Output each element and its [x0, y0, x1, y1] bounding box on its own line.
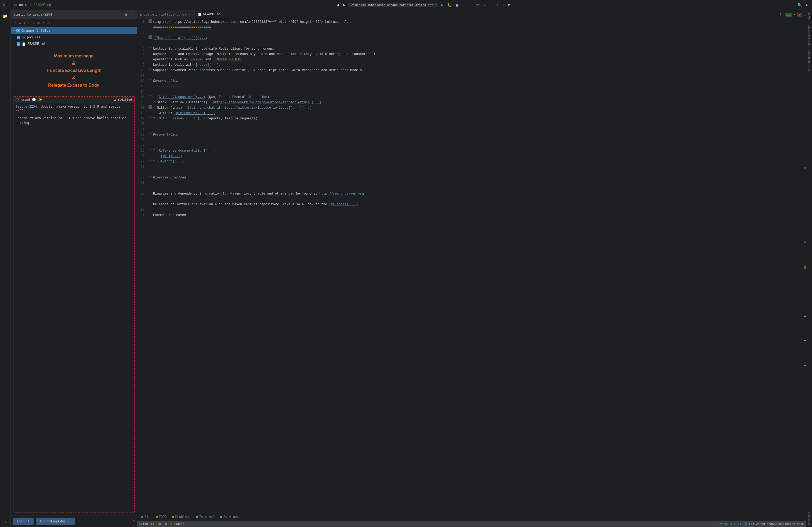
forward-btn[interactable]: ▶ — [342, 2, 347, 7]
editor-content[interactable]: 1 <img src="https://avatars2.githubuserc… — [137, 19, 806, 513]
fold-icon-27: ▼ — [149, 159, 151, 162]
line-20: 20 — [137, 121, 806, 127]
scroll-indicator-4 — [804, 316, 806, 317]
debug-btn[interactable]: 🐛 — [446, 2, 453, 7]
line-5: 5 — [137, 41, 806, 46]
line-8: 8 operations such as `BLPOP` and `MULTI`… — [137, 57, 806, 62]
line-12: 12 ▼ Communication — [137, 78, 806, 84]
eye-icon[interactable]: 👁 — [36, 21, 41, 26]
file-tree-label: ▾ Changes 2 files — [13, 29, 50, 33]
editor-tabs-actions[interactable]: ⋮ — [777, 13, 784, 17]
tab-todo[interactable]: TODO — [154, 515, 169, 520]
line-23: 23 --------------- — [137, 137, 806, 143]
add-icon[interactable]: + — [27, 21, 30, 26]
right-labels: Maven Notifications Pull Requests Covera… — [806, 10, 812, 527]
run-btn[interactable]: ▶ — [440, 2, 445, 7]
checkbox-all[interactable] — [16, 29, 19, 32]
branch-name: RedisURIUnitTests.escapeCharacterParsing… — [355, 3, 433, 7]
coverage-btn[interactable]: ▣ — [454, 2, 460, 7]
align-icon[interactable]: ⇌ — [46, 20, 49, 26]
line-25: 25 ▼ * [Reference documentation](...) — [137, 148, 806, 153]
refresh-icon[interactable]: ⟳ — [13, 20, 17, 26]
panel-settings-btn[interactable]: ⚙ — [124, 12, 129, 17]
title-bar: lettuce-core › README.md ◀ ▶ ⎇ RedisURIU… — [0, 0, 812, 10]
issue-tag: [issue-2254] — [16, 105, 39, 108]
settings-btn[interactable]: ⚙ — [804, 2, 810, 7]
readme-filename: README.md — [27, 42, 45, 46]
status-time: 10:10 — [139, 523, 148, 526]
push-up-icon[interactable]: ⬆ — [23, 20, 26, 26]
list-icon[interactable]: ≡ — [42, 21, 45, 26]
pull-requests-label[interactable]: Pull Requests — [807, 48, 811, 73]
sidebar-commit-icon[interactable]: ↑ — [1, 21, 10, 31]
file-tree: ▾ Changes 2 files m pom.xml 📄 README.md — [11, 27, 137, 47]
hint-amp2: & — [19, 74, 129, 82]
tab-terminal[interactable]: Terminal — [194, 515, 217, 520]
sidebar-project-icon[interactable]: 📁 — [1, 11, 10, 21]
git-dot-icon — [141, 516, 143, 518]
undo-icon[interactable]: ↩ — [18, 20, 21, 26]
tab-pom-icon: m — [140, 13, 142, 16]
tab-services[interactable]: Services — [218, 515, 241, 520]
warning-badge: 6 — [797, 13, 802, 17]
tab-pom-close[interactable]: ✕ — [188, 13, 191, 17]
line-3: 3 — [137, 30, 806, 35]
coverage-label[interactable]: Coverage — [807, 510, 811, 527]
footer-settings-icon[interactable]: ⚙ — [133, 519, 134, 523]
tab-todo-label: TODO — [159, 515, 167, 519]
expand-icon[interactable]: ⤢ — [804, 13, 806, 16]
panel-toolbar: ⟳ ↩ ⬆ + ⬇ 👁 ≡ ⇌ — [11, 19, 137, 27]
line-21: 21 — [137, 127, 806, 132]
commit-subject[interactable]: [issue-2254] Update rxjava version to 1.… — [13, 103, 134, 114]
commit-push-button[interactable]: Commit and Push... — [36, 517, 75, 525]
line-13: 13 --------------- — [137, 84, 806, 89]
line-7: 7 asynchronous and reactive usage. Multi… — [137, 51, 806, 57]
panel-header-icons: ⚙ − — [124, 12, 134, 17]
notifications-label[interactable]: Notifications — [807, 22, 811, 48]
line-9: 9 Lettuce is built with [netty](...). — [137, 62, 806, 67]
checkbox-pom[interactable] — [17, 36, 20, 39]
line-36: 36 — [137, 207, 806, 212]
tab-problems-label: Problems — [175, 515, 191, 519]
line-6: 6 ▼ Lettuce is a scalable thread-safe Re… — [137, 46, 806, 51]
commit-button[interactable]: Commit — [13, 517, 33, 525]
pom-filename: pom.xml — [27, 36, 41, 40]
magic-icon[interactable]: ✨ — [38, 98, 42, 102]
line-27: 27 ▼ * [Javadoc](...) — [137, 159, 806, 164]
back-btn[interactable]: ◀ — [335, 2, 340, 7]
title-bar-left: lettuce-core › README.md — [2, 3, 51, 7]
git-rollback-btn[interactable]: ↺ — [507, 2, 512, 7]
fold-icon-12: ▼ — [149, 78, 151, 81]
tab-problems[interactable]: Problems — [170, 515, 193, 520]
panel-header: Commit to issue-2254 ⚙ − — [11, 10, 137, 19]
maven-label[interactable]: Maven — [807, 10, 811, 22]
git-check-btn[interactable]: ✓ — [482, 2, 487, 7]
git-push-btn[interactable]: ↑ — [496, 2, 500, 7]
git-fetch-btn[interactable]: ↓ — [501, 2, 505, 7]
line-26: 26 * [Wiki](...) — [137, 153, 806, 159]
search-btn[interactable]: 🔍 — [796, 2, 803, 7]
line-29: 29 — [137, 169, 806, 175]
commit-body[interactable]: Update rxjava version to 1.3.9 and remov… — [13, 114, 134, 512]
status-bar: 10:10 LF UTF-8 4 spaces ⎇ issue-2254 — [137, 521, 806, 527]
file-item-readme[interactable]: 📄 README.md — [11, 41, 137, 47]
tab-pom-xml[interactable]: m pom.xml (lettuce-core) ✕ — [137, 10, 195, 19]
sidebar-pullrequest-icon[interactable]: ⬆ — [1, 517, 10, 527]
checkbox-readme[interactable] — [17, 42, 20, 46]
download-icon[interactable]: ⬇ — [31, 20, 35, 26]
panel-close-btn[interactable]: − — [130, 12, 134, 17]
tab-git[interactable]: Git — [139, 515, 153, 520]
branch-pill[interactable]: ⎇ RedisURIUnitTests.escapeCharacterParsi… — [348, 3, 438, 7]
git-check2-btn[interactable]: ✓ — [489, 2, 494, 7]
changes-label: Changes 2 files — [21, 29, 50, 33]
file-item-pom[interactable]: m pom.xml — [11, 34, 137, 41]
tab-readme-md[interactable]: 📄 README.md ✕ — [195, 10, 229, 19]
separator: › — [30, 3, 31, 7]
clock-icon[interactable]: 🕐 — [32, 98, 36, 102]
title-bar-center: ◀ ▶ ⎇ RedisURIUnitTests.escapeCharacterP… — [51, 2, 796, 7]
fold-icon-19: ▼ — [149, 116, 151, 119]
tab-readme-close[interactable]: ✕ — [222, 12, 226, 16]
chevron-down-icon: ▾ — [13, 29, 15, 33]
amend-checkbox[interactable] — [16, 98, 19, 102]
profiler-btn[interactable]: ⬡ — [461, 2, 466, 7]
